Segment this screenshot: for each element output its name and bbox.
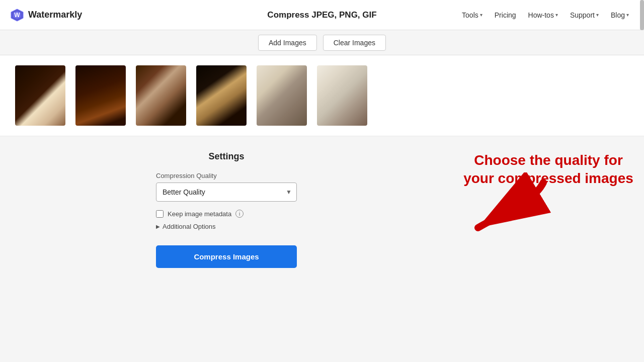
triangle-icon: ▶ bbox=[156, 224, 160, 229]
chevron-down-icon: ▾ bbox=[626, 12, 629, 18]
additional-options-label: Additional Options bbox=[163, 223, 216, 230]
chevron-down-icon: ▾ bbox=[480, 12, 482, 18]
nav-howtos[interactable]: How-tos ▾ bbox=[523, 8, 563, 22]
image-thumbnail[interactable] bbox=[15, 65, 65, 126]
quality-select[interactable]: Better Quality Balanced Smaller Size bbox=[156, 183, 297, 202]
image-thumbnail[interactable] bbox=[196, 65, 247, 126]
settings-title: Settings bbox=[208, 151, 244, 162]
quality-select-wrapper: Better Quality Balanced Smaller Size ▼ bbox=[156, 183, 297, 202]
nav-pricing[interactable]: Pricing bbox=[490, 8, 521, 22]
nav-support[interactable]: Support ▾ bbox=[565, 8, 604, 22]
info-icon[interactable]: i bbox=[235, 210, 244, 218]
compression-quality-label: Compression Quality bbox=[156, 172, 297, 179]
chevron-down-icon: ▾ bbox=[555, 12, 558, 18]
scrollbar-thumb[interactable] bbox=[640, 0, 644, 30]
keep-metadata-label: Keep image metadata bbox=[168, 210, 231, 218]
keep-metadata-row: Keep image metadata i bbox=[156, 210, 297, 218]
toolbar: Add Images Clear Images bbox=[0, 30, 644, 55]
image-thumbnail[interactable] bbox=[317, 65, 367, 126]
chevron-down-icon: ▾ bbox=[596, 12, 599, 18]
image-thumbnail[interactable] bbox=[75, 65, 126, 126]
header: W Watermarkly Compress JPEG, PNG, GIF To… bbox=[0, 0, 644, 30]
image-thumbnail[interactable] bbox=[136, 65, 186, 126]
images-area bbox=[0, 55, 644, 136]
additional-options-toggle[interactable]: ▶ Additional Options bbox=[156, 223, 297, 230]
svg-text:W: W bbox=[14, 12, 20, 19]
image-thumbnail[interactable] bbox=[257, 65, 307, 126]
clear-images-button[interactable]: Clear Images bbox=[323, 35, 386, 51]
keep-metadata-checkbox[interactable] bbox=[156, 210, 164, 218]
scrollbar-track bbox=[640, 0, 644, 30]
annotation-area: Choose the quality for your compressed i… bbox=[453, 136, 644, 278]
logo-text: Watermarkly bbox=[28, 10, 82, 20]
nav-blog[interactable]: Blog ▾ bbox=[606, 8, 634, 22]
settings-panel: Settings Compression Quality Better Qual… bbox=[0, 136, 453, 278]
bottom-section: Settings Compression Quality Better Qual… bbox=[0, 136, 644, 278]
settings-form: Compression Quality Better Quality Balan… bbox=[156, 172, 297, 268]
page-title: Compress JPEG, PNG, GIF bbox=[267, 10, 376, 20]
nav-right: Tools ▾ Pricing How-tos ▾ Support ▾ Blog… bbox=[457, 8, 634, 22]
add-images-button[interactable]: Add Images bbox=[258, 35, 317, 51]
annotation-arrow-icon bbox=[463, 172, 564, 248]
logo[interactable]: W Watermarkly bbox=[10, 8, 82, 22]
nav-tools[interactable]: Tools ▾ bbox=[457, 8, 488, 22]
compress-images-button[interactable]: Compress Images bbox=[156, 245, 297, 268]
logo-icon: W bbox=[10, 8, 24, 22]
